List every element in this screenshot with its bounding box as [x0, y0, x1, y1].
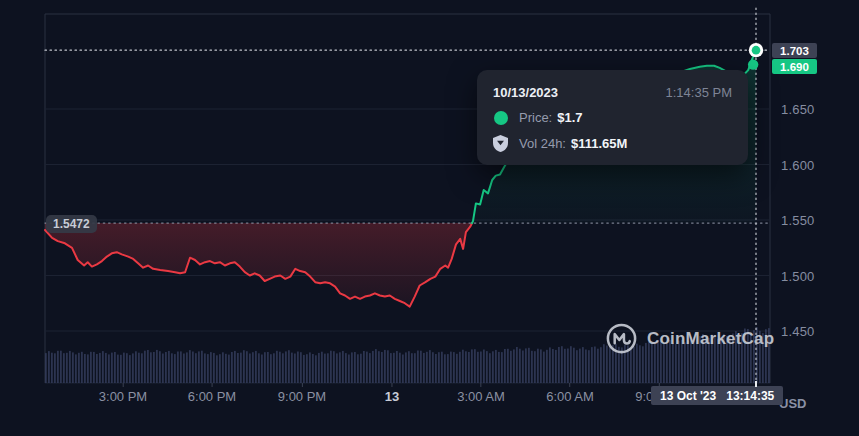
tooltip-price-label: Price:	[519, 110, 552, 125]
baseline-price-badge: 1.5472	[46, 215, 97, 233]
crosshair-axis-tick	[755, 381, 757, 387]
last-price-dot	[748, 59, 758, 69]
y-axis-label: 1.500	[781, 269, 815, 284]
chart-canvas[interactable]	[0, 0, 859, 436]
tooltip-date: 10/13/2023	[493, 85, 558, 100]
x-axis-ticks	[123, 383, 659, 387]
crosshair-date: 13 Oct '23	[660, 389, 716, 403]
y-axis-label: 1.650	[781, 102, 815, 117]
coinmarketcap-logo-icon	[604, 321, 639, 356]
last-price-badge: 1.690	[772, 59, 817, 74]
price-chart-panel: 1.5472 1.650 1.600 1.550 1.500 1.450 USD…	[0, 0, 859, 436]
watermark-text: CoinMarketCap	[647, 329, 774, 349]
x-axis-label: 6:00 PM	[188, 389, 236, 404]
volume-shield-icon	[493, 135, 508, 152]
tooltip-vol-value: $111.65M	[571, 136, 627, 151]
y-axis-label: 1.450	[781, 324, 815, 339]
x-axis-label: 3:00 PM	[99, 389, 147, 404]
x-axis-label: 9:00 PM	[278, 389, 326, 404]
hover-point-dot	[749, 43, 763, 57]
tooltip-time: 1:14:35 PM	[666, 85, 733, 100]
x-axis-label: 3:00 AM	[457, 389, 505, 404]
chart-tooltip: 10/13/2023 1:14:35 PM Price: $1.7 Vol 24…	[477, 70, 748, 165]
hover-price-badge: 1.703	[772, 43, 817, 58]
y-axis-label: 1.550	[781, 213, 815, 228]
x-axis-label-day: 13	[385, 389, 399, 404]
coinmarketcap-watermark: CoinMarketCap	[604, 321, 774, 356]
y-axis-label: 1.600	[781, 158, 815, 173]
crosshair-time: 13:14:35	[726, 389, 774, 403]
tooltip-price-value: $1.7	[557, 110, 582, 125]
y-axis-unit: USD	[779, 396, 806, 411]
tooltip-vol-label: Vol 24h:	[519, 136, 566, 151]
area-below-baseline	[45, 223, 472, 307]
x-axis-label: 6:00 AM	[546, 389, 594, 404]
price-dot-icon	[493, 111, 508, 125]
crosshair-datetime-badge: 13 Oct '23 13:14:35	[651, 386, 783, 405]
